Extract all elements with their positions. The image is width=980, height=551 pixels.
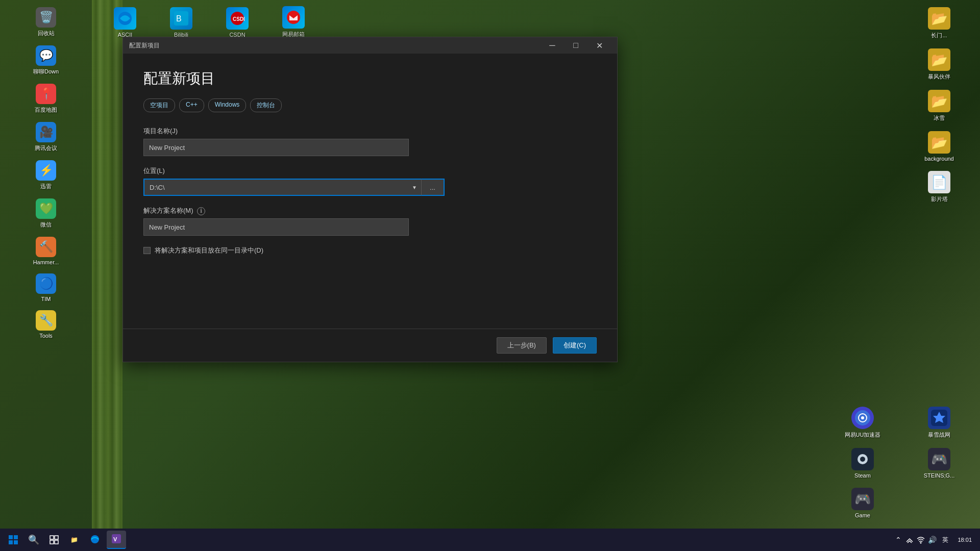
svg-rect-20	[55, 540, 58, 544]
desktop-icon-steam[interactable]: Steam	[826, 445, 899, 482]
desktop-icon-tim[interactable]: 🔵 TIM	[23, 270, 68, 305]
clock-time: 18:01	[958, 537, 972, 543]
steins-icon: 🎮	[928, 448, 950, 470]
ascii-icon	[114, 7, 136, 30]
desktop-icon-tools[interactable]: 🔧 Tools	[23, 307, 68, 342]
tim-icon: 🔵	[36, 273, 56, 294]
changmen-icon: 📂	[928, 7, 950, 30]
project-name-input[interactable]	[143, 139, 409, 156]
bamboo-bg	[92, 0, 122, 551]
desktop-icon-blizzard[interactable]: 暴雪战网	[902, 404, 976, 442]
volume-icon[interactable]: 🔊	[927, 535, 937, 545]
wifi-icon[interactable]	[916, 535, 926, 545]
desktop-icon-liaoliadown[interactable]: 💬 聊聊Down	[23, 42, 68, 79]
desktop-icon-yingpian[interactable]: 📄 影片塔	[900, 168, 978, 206]
taskbar-file-explorer[interactable]: 📁	[65, 531, 83, 549]
solution-info-icon[interactable]: ℹ	[197, 207, 205, 215]
location-label: 位置(L)	[143, 166, 597, 176]
svg-rect-18	[55, 536, 58, 539]
vs-titlebar-controls: ─ □ ✕	[541, 37, 611, 54]
bingxue-label: 冰雪	[934, 114, 945, 122]
baofeng-icon: 📂	[928, 48, 950, 71]
svg-point-5	[287, 11, 300, 24]
solution-name-input[interactable]	[143, 218, 409, 236]
desktop-icon-bingxue[interactable]: 📂 冰雪	[900, 87, 978, 125]
desktop-icon-netease-mail[interactable]: 网易邮箱	[276, 3, 311, 41]
liaoliadown-icon: 💬	[36, 45, 56, 66]
bilibili-icon: B	[170, 7, 192, 30]
csdn-icon: CSDN	[226, 7, 249, 30]
same-dir-label: 将解决方案和项目放在同一目录中(D)	[155, 246, 263, 255]
steam-icon	[851, 448, 874, 470]
vs-taskbar-icon: V	[112, 534, 121, 545]
tag-windows: Windows	[208, 98, 247, 112]
game-icon: 🎮	[851, 488, 874, 510]
edge-icon	[90, 535, 100, 545]
desktop-icon-baofeng[interactable]: 📂 暴风伙伴	[900, 45, 978, 84]
taskbar-edge[interactable]	[85, 531, 105, 549]
file-explorer-icon: 📁	[70, 536, 78, 543]
baidumap-label: 百度地图	[35, 106, 57, 114]
xunlei-label: 迅雷	[40, 183, 52, 190]
background-label: background	[924, 156, 954, 162]
wechat-label: 微信	[40, 221, 52, 229]
desktop-icon-bilibili[interactable]: B Bilibili	[163, 4, 199, 41]
desktop-icon-baidumap[interactable]: 📍 百度地图	[23, 81, 68, 117]
tray-expand-icon[interactable]: ⌃	[893, 535, 903, 545]
taskbar-clock[interactable]: 18:01	[953, 537, 976, 543]
desktop-icon-hammer[interactable]: 🔨 Hammer...	[23, 234, 68, 268]
desktop-icon-steins[interactable]: 🎮 STEINS;G...	[902, 445, 976, 482]
desktop-icon-ascii[interactable]: ASCII	[107, 4, 143, 41]
vs-titlebar: 配置新项目 ─ □ ✕	[123, 37, 617, 54]
taskbar-vs[interactable]: V	[107, 531, 126, 549]
desktop-icon-changmen[interactable]: 📂 长门...	[900, 4, 978, 42]
network-icon[interactable]	[904, 535, 915, 545]
svg-text:B: B	[176, 14, 182, 23]
create-button[interactable]: 创建(C)	[553, 337, 597, 354]
tools-label: Tools	[39, 333, 53, 339]
desktop-icon-tencentmeeting[interactable]: 🎥 腾讯会议	[23, 119, 68, 155]
hammer-label: Hammer...	[33, 259, 59, 265]
baofeng-label: 暴风伙伴	[928, 73, 950, 81]
svg-rect-19	[50, 540, 54, 544]
close-button[interactable]: ✕	[587, 37, 611, 54]
minimize-button[interactable]: ─	[541, 37, 564, 54]
back-button[interactable]: 上一步(B)	[497, 337, 547, 354]
tools-icon: 🔧	[36, 310, 56, 331]
location-input[interactable]	[143, 179, 408, 196]
desktop-icon-game[interactable]: 🎮 Game	[826, 485, 899, 521]
vs-dialog: 配置新项目 ─ □ ✕ 配置新项目 空项目 C++ Windows 控制台 项目…	[122, 37, 618, 362]
svg-text:CSDN: CSDN	[233, 16, 244, 22]
search-button[interactable]: 🔍	[24, 531, 43, 549]
svg-rect-17	[50, 536, 54, 539]
desktop-icon-background[interactable]: 📂 background	[900, 128, 978, 165]
desktop-icon-xunlei[interactable]: ⚡ 迅雷	[23, 157, 68, 193]
svg-rect-16	[14, 540, 18, 544]
desktop-icons-right: 📂 长门... 📂 暴风伙伴 📂 冰雪 📂 background 📄 影片塔	[898, 0, 980, 210]
vs-form: 项目名称(J) 位置(L) ▼ ... 解决方案名称(M)	[143, 127, 597, 313]
desktop-icon-netease-uu[interactable]: 网易UU加速器	[826, 404, 899, 442]
maximize-button[interactable]: □	[564, 37, 587, 54]
location-field: 位置(L) ▼ ...	[143, 166, 597, 196]
checkbox-row: 将解决方案和项目放在同一目录中(D)	[143, 246, 597, 255]
taskview-button[interactable]	[45, 531, 63, 549]
tag-cpp: C++	[179, 98, 204, 112]
steam-label: Steam	[854, 472, 871, 479]
baidumap-icon: 📍	[36, 84, 56, 104]
location-dropdown-btn[interactable]: ▼	[408, 179, 421, 196]
desktop-icon-csdn[interactable]: CSDN CSDN	[219, 4, 255, 41]
recycle-label: 回收站	[38, 30, 55, 37]
location-row: ▼ ...	[143, 179, 445, 196]
desktop-icon-wechat[interactable]: 💚 微信	[23, 195, 68, 232]
vs-tags: 空项目 C++ Windows 控制台	[143, 98, 597, 112]
same-dir-checkbox[interactable]	[143, 247, 151, 254]
taskbar-right: ⌃ 🔊 英 18:01	[893, 535, 976, 545]
game-label: Game	[855, 512, 870, 518]
input-method-indicator[interactable]: 英	[940, 536, 950, 544]
browse-button[interactable]: ...	[421, 179, 445, 196]
start-button[interactable]	[4, 531, 22, 549]
yingpian-icon: 📄	[928, 171, 950, 193]
svg-rect-14	[14, 535, 18, 539]
recycle-icon: 🗑️	[36, 7, 56, 28]
desktop-icon-recycle[interactable]: 🗑️ 回收站	[23, 4, 68, 40]
